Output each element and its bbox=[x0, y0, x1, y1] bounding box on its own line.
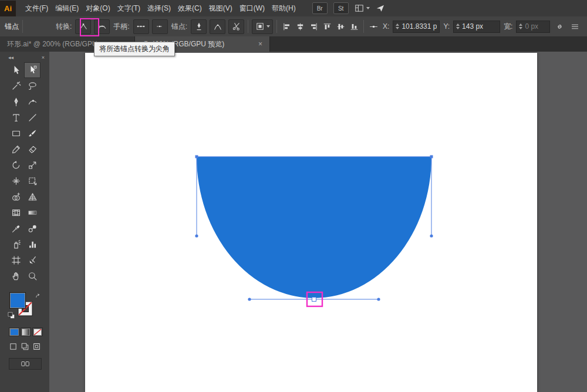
curvature-tool[interactable] bbox=[24, 94, 41, 110]
menu-file[interactable]: 文件(F) bbox=[22, 0, 52, 16]
isolate-object-icon[interactable] bbox=[367, 21, 379, 32]
menubar-right: Br St bbox=[312, 2, 385, 14]
line-segment-tool[interactable] bbox=[24, 110, 41, 126]
convert-buttons bbox=[75, 19, 110, 34]
y-value: 143 px bbox=[462, 22, 483, 31]
draw-behind-icon[interactable] bbox=[21, 342, 29, 351]
workspace-icon bbox=[355, 4, 364, 13]
width-stepper[interactable] bbox=[519, 23, 522, 29]
hand-tool[interactable] bbox=[8, 268, 24, 284]
connect-path-icon[interactable] bbox=[210, 19, 225, 34]
share-icon[interactable] bbox=[376, 4, 385, 13]
width-tool[interactable] bbox=[8, 173, 24, 189]
blend-tool[interactable] bbox=[24, 221, 41, 236]
shape-builder-tool[interactable] bbox=[8, 189, 24, 205]
x-input[interactable]: 101.8331 px bbox=[393, 21, 440, 33]
x-stepper[interactable] bbox=[396, 23, 399, 29]
h-align-left-icon[interactable] bbox=[281, 21, 292, 32]
default-fill-stroke-icon[interactable] bbox=[8, 312, 15, 319]
menubar: Ai 文件(F) 编辑(E) 对象(O) 文字(T) 选择(S) 效果(C) 视… bbox=[0, 0, 587, 17]
bridge-button[interactable]: Br bbox=[312, 2, 328, 14]
none-button[interactable] bbox=[32, 327, 43, 336]
stock-button[interactable]: St bbox=[333, 2, 349, 14]
separator bbox=[363, 20, 364, 33]
convert-to-smooth-icon[interactable] bbox=[94, 19, 110, 34]
context-label: 锚点 bbox=[5, 22, 19, 32]
v-align-top-icon[interactable] bbox=[321, 21, 333, 32]
pencil-tool[interactable] bbox=[8, 141, 24, 157]
width-input[interactable]: 0 px bbox=[516, 21, 550, 33]
zoom-tool[interactable] bbox=[24, 268, 41, 284]
selected-anchor-point[interactable] bbox=[312, 298, 316, 302]
eyedropper-tool[interactable] bbox=[8, 221, 24, 236]
perspective-grid-tool[interactable] bbox=[24, 189, 41, 205]
gradient-button[interactable] bbox=[21, 327, 31, 336]
convert-to-corner-icon[interactable] bbox=[75, 19, 91, 34]
y-stepper[interactable] bbox=[456, 23, 460, 29]
draw-normal-icon[interactable] bbox=[9, 342, 18, 351]
swap-fill-stroke-icon[interactable] bbox=[34, 292, 42, 300]
menu-window[interactable]: 窗口(W) bbox=[236, 0, 268, 16]
menu-type[interactable]: 文字(T) bbox=[114, 0, 144, 16]
mesh-tool[interactable] bbox=[8, 205, 24, 221]
align-buttons bbox=[281, 21, 360, 32]
control-bar: 锚点 转换: 手柄: 锚点: X: 101.8331 px Y: 143 px … bbox=[0, 16, 587, 37]
scale-tool[interactable] bbox=[24, 157, 41, 173]
paintbrush-tool[interactable] bbox=[24, 126, 41, 141]
remove-anchor-icon[interactable] bbox=[191, 19, 207, 34]
anchors-label: 锚点: bbox=[171, 22, 187, 32]
canvas-area[interactable] bbox=[49, 52, 587, 392]
eraser-tool[interactable] bbox=[24, 141, 41, 157]
show-handles-icon[interactable] bbox=[133, 19, 149, 34]
pen-tool[interactable] bbox=[8, 94, 24, 110]
handle-buttons bbox=[133, 19, 168, 34]
workspace: ◂◂ × bbox=[0, 52, 587, 392]
menu-object[interactable]: 对象(O) bbox=[82, 0, 113, 16]
menu-select[interactable]: 选择(S) bbox=[144, 0, 174, 16]
v-align-middle-icon[interactable] bbox=[335, 21, 346, 32]
rectangle-tool[interactable] bbox=[8, 126, 24, 141]
v-align-bottom-icon[interactable] bbox=[348, 21, 360, 32]
tool-grid bbox=[8, 62, 49, 284]
document-graphics bbox=[49, 52, 587, 392]
slice-tool[interactable] bbox=[24, 252, 41, 268]
selection-tool[interactable] bbox=[8, 62, 24, 78]
selected-shape-semicircle[interactable] bbox=[197, 157, 431, 298]
color-swatch bbox=[10, 329, 19, 336]
close-tab-icon[interactable]: × bbox=[258, 40, 262, 48]
constrain-proportions-icon[interactable] bbox=[554, 21, 565, 32]
type-tool[interactable] bbox=[8, 110, 24, 126]
menu-view[interactable]: 视图(V) bbox=[205, 0, 236, 16]
y-input[interactable]: 143 px bbox=[453, 21, 500, 33]
handles-label: 手柄: bbox=[113, 22, 129, 32]
cut-path-icon[interactable] bbox=[228, 19, 244, 34]
fill-swatch[interactable] bbox=[9, 292, 26, 309]
menu-help[interactable]: 帮助(H) bbox=[268, 0, 299, 16]
free-transform-tool[interactable] bbox=[24, 173, 41, 189]
color-button[interactable] bbox=[9, 327, 19, 336]
rotate-tool[interactable] bbox=[8, 157, 24, 173]
artboard-tool[interactable] bbox=[8, 252, 24, 268]
width-value: 0 px bbox=[525, 22, 538, 31]
collapse-panel-icon[interactable]: ◂◂ bbox=[8, 55, 14, 60]
gradient-tool[interactable] bbox=[24, 205, 41, 221]
draw-inside-icon[interactable] bbox=[32, 342, 41, 351]
menu-effect[interactable]: 效果(C) bbox=[174, 0, 205, 16]
h-align-right-icon[interactable] bbox=[308, 21, 319, 32]
h-align-center-icon[interactable] bbox=[294, 21, 306, 32]
y-label: Y: bbox=[443, 22, 450, 31]
symbol-sprayer-tool[interactable] bbox=[8, 236, 24, 252]
menu-edit[interactable]: 编辑(E) bbox=[52, 0, 82, 16]
column-graph-tool[interactable] bbox=[24, 236, 41, 252]
close-panel-icon[interactable]: × bbox=[42, 55, 45, 60]
screen-mode-button[interactable] bbox=[9, 358, 42, 370]
workspace-switcher[interactable] bbox=[355, 4, 370, 13]
magic-wand-tool[interactable] bbox=[8, 78, 24, 94]
align-to-selection-dropdown[interactable] bbox=[252, 19, 273, 34]
x-value: 101.8331 px bbox=[402, 22, 437, 31]
hide-handles-icon[interactable] bbox=[152, 19, 168, 34]
more-options-icon[interactable] bbox=[569, 21, 581, 32]
lasso-tool[interactable] bbox=[24, 78, 41, 94]
separator bbox=[248, 20, 248, 33]
direct-selection-tool[interactable] bbox=[24, 62, 41, 78]
